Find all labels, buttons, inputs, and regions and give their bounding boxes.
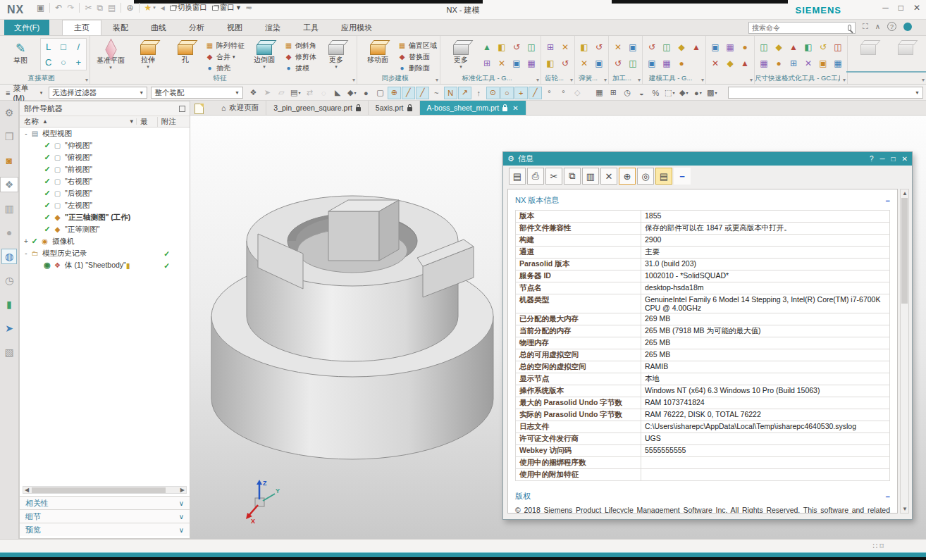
tree-item[interactable]: ✓▢"俯视图" xyxy=(20,151,190,163)
group-dropdown-icon[interactable]: ▾ xyxy=(570,77,573,83)
paste-icon[interactable]: ▥ xyxy=(582,168,599,185)
search-icon[interactable] xyxy=(848,25,851,31)
more-features-icon-button[interactable]: 更多▾ xyxy=(319,38,354,70)
stamp-icon[interactable]: ◫ xyxy=(660,41,673,54)
percent-view-icon[interactable]: % xyxy=(649,87,662,99)
check-mate-icon[interactable]: ▲ xyxy=(481,41,493,54)
lasso-icon[interactable]: ◌ xyxy=(317,87,331,99)
export-tool-icon[interactable]: ▦ xyxy=(525,57,538,70)
visibility-check-icon[interactable]: ✓ xyxy=(42,165,52,174)
selection-scope-combo[interactable]: 整个装配▼ xyxy=(151,87,243,99)
dialog-scrollbar[interactable]: ▲▼ xyxy=(900,189,909,514)
gear-pair-icon[interactable]: ↺ xyxy=(510,41,523,54)
minimize-ribbon-icon[interactable]: ∧ xyxy=(875,23,880,30)
group-dropdown-icon[interactable]: ▾ xyxy=(536,77,539,83)
machining-check-icon[interactable]: ✕ xyxy=(612,41,624,54)
group-dropdown-icon[interactable]: ▾ xyxy=(436,77,438,83)
group-dropdown-icon[interactable]: ▾ xyxy=(750,77,753,83)
chamfer-icon-button[interactable]: ▦倒斜角 xyxy=(284,40,316,51)
collapse-section-icon[interactable]: − xyxy=(886,197,890,205)
snap-pole-icon[interactable]: ~ xyxy=(430,87,443,99)
visibility-check-icon[interactable]: ✓ xyxy=(42,177,52,186)
snap-tangent-icon[interactable]: ╱ xyxy=(529,87,542,99)
move-face-icon-button[interactable]: 移动面 xyxy=(360,38,395,63)
unite-icon-button[interactable]: ◆合并▾ xyxy=(205,51,245,62)
render-style-icon[interactable]: ◆▾ xyxy=(677,87,691,99)
solid-select-icon[interactable]: ◆▾ xyxy=(345,87,359,99)
mill-icon[interactable]: ▣ xyxy=(626,41,639,54)
column-mid[interactable]: 最 xyxy=(137,117,158,127)
print-icon[interactable]: ⎙ xyxy=(527,168,544,185)
trim-body-icon-button[interactable]: ◆修剪体 xyxy=(284,51,316,62)
close-button[interactable]: ✕ xyxy=(913,3,920,13)
history-icon[interactable]: ◷ xyxy=(1,273,17,288)
export-listing-icon[interactable]: ▤ xyxy=(509,168,526,185)
file-menu-button[interactable]: 文件(F) xyxy=(4,20,49,35)
shade-view-icon[interactable]: ◒ xyxy=(635,87,648,99)
toolpath-icon[interactable]: ↺ xyxy=(612,57,624,70)
maximize-button[interactable]: □ xyxy=(899,3,903,13)
ribbon-tab-渲染[interactable]: 渲染 xyxy=(254,20,292,35)
touch-pointer-icon[interactable]: ➤ xyxy=(1,321,17,336)
tree-item[interactable]: ◉❖体 (1) "Sheetbody" ▮✓ xyxy=(20,259,190,271)
ribbon-tab-主页[interactable]: 主页 xyxy=(62,20,101,35)
weld-tool-icon[interactable]: ▲ xyxy=(690,41,703,54)
visibility-check-icon[interactable]: ✓ xyxy=(42,213,52,222)
visibility-check-icon[interactable]: ✓ xyxy=(30,237,39,246)
snap-facet-icon[interactable]: ◇ xyxy=(571,87,584,99)
group-dropdown-icon[interactable]: ▾ xyxy=(352,77,355,83)
ribbon-tab-分析[interactable]: 分析 xyxy=(178,20,216,35)
snap-angle1-icon[interactable]: ° xyxy=(543,87,556,99)
undock-panel-icon[interactable] xyxy=(179,106,185,112)
section-tool-icon[interactable]: ● xyxy=(675,57,688,70)
collapse-section-icon[interactable]: − xyxy=(886,492,890,501)
spring-design-icon[interactable]: ◧ xyxy=(578,41,591,54)
shaded-wedge-icon[interactable]: ◣ xyxy=(331,87,345,99)
column-note[interactable]: 附注 xyxy=(158,117,176,127)
document-tab[interactable]: 5axis.prt xyxy=(369,101,420,115)
tree-expander[interactable]: - xyxy=(23,249,30,257)
datum-plane-icon-button[interactable]: 基准平面▾ xyxy=(93,38,128,70)
tree-item[interactable]: ✓▢"前视图" xyxy=(20,163,190,175)
minimize-button[interactable]: ─ xyxy=(882,3,889,13)
document-tab[interactable]: ⌂欢迎页面 xyxy=(214,101,266,115)
web-browser-icon[interactable]: ◍ xyxy=(1,249,17,264)
dim-parenx-icon[interactable]: ◧ xyxy=(802,41,815,54)
dim-x-icon[interactable]: ◫ xyxy=(758,41,770,54)
visibility-check-icon[interactable]: ✓ xyxy=(42,189,52,198)
attr-tool-icon[interactable]: ◆ xyxy=(724,57,736,70)
sketch-curve-shapes[interactable]: L□/C○+ xyxy=(40,38,87,70)
select-group-icon[interactable]: ▤▾ xyxy=(289,87,302,99)
delete-face-icon-button[interactable]: ●删除面 xyxy=(397,63,437,73)
pattern-feature-icon-button[interactable]: ▦阵列特征 xyxy=(205,40,245,51)
analysis-tool-icon[interactable]: ▣ xyxy=(510,57,523,70)
window-view-icon[interactable]: ▦ xyxy=(593,87,606,99)
hex-tool-icon[interactable]: ⊞ xyxy=(481,57,493,70)
dialog-help-icon[interactable]: ? xyxy=(870,155,874,163)
close-tab-icon[interactable]: ✕ xyxy=(512,104,518,112)
dim-188a-icon[interactable]: ◆ xyxy=(772,41,785,54)
tree-item[interactable]: ✓◆"正等测图" xyxy=(20,223,190,235)
no-dim-icon[interactable]: ↺ xyxy=(817,41,829,54)
box-select-icon[interactable]: ▢ xyxy=(374,87,387,99)
tree-item[interactable]: ✓◆"正三轴测图" (工作) xyxy=(20,211,190,223)
group-dropdown-icon[interactable]: ▾ xyxy=(85,77,88,83)
dim-188c-icon[interactable]: ▲ xyxy=(787,41,800,54)
extrude-icon-button[interactable]: 拉伸▾ xyxy=(130,38,166,70)
command-search-input[interactable] xyxy=(749,24,848,32)
group-dropdown-icon[interactable]: ▾ xyxy=(922,77,925,83)
sheet-icon[interactable] xyxy=(195,104,204,114)
navigator-horizontal-scrollbar[interactable]: ◀▶ xyxy=(23,486,187,494)
dim-188b-icon[interactable]: ● xyxy=(772,57,785,70)
rack-icon[interactable]: ✕ xyxy=(559,41,572,54)
fit-view-icon[interactable]: ⊞ xyxy=(607,87,620,99)
orientation-triad[interactable]: Z Y X xyxy=(240,478,283,525)
close-x-icon[interactable]: ✕ xyxy=(709,57,722,70)
dim-100-icon[interactable]: ▦ xyxy=(758,57,770,70)
ribbon-tab-应用模块[interactable]: 应用模块 xyxy=(330,20,383,35)
ribbon-tab-装配[interactable]: 装配 xyxy=(101,20,140,35)
select-region-icon[interactable]: ▱ xyxy=(275,87,288,99)
hd3d-tool-icon[interactable]: ● xyxy=(1,225,17,240)
menu-button[interactable]: ≡ 菜单(M) ▾ xyxy=(3,83,45,102)
related-select-icon[interactable]: ⇄ xyxy=(303,87,316,99)
